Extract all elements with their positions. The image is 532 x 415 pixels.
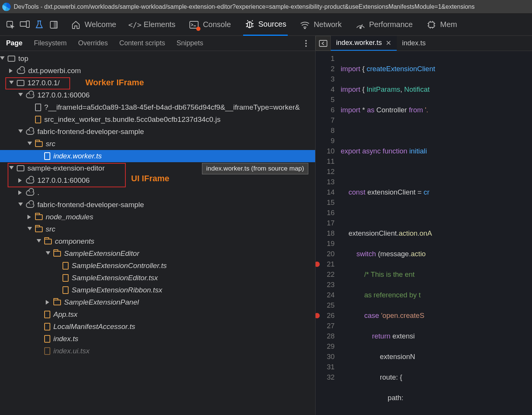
line-gutter[interactable]: 1234 5678 9101112 13141516 17181920 21 2… [316,51,338,415]
file-tooltip: index.worker.ts (from source map) [202,163,308,174]
tree-sample-ext-editor[interactable]: SampleExtensionEditor [0,247,315,260]
close-icon[interactable]: ✕ [386,39,391,47]
window-titlebar: DevTools - dxt.powerbi.com/workloads/sam… [0,0,532,14]
tree-pkg2[interactable]: fabric-frontend-developer-sample [0,199,315,211]
devtools-tabbar: Welcome </> Elements Console Sources Net… [0,14,532,36]
code-editor-panel: index.worker.ts ✕ index.ts 1234 5678 910… [316,36,532,415]
tree-127-root[interactable]: 127.0.0.1/ [0,77,315,89]
file-icon [35,116,41,123]
subtab-overrides[interactable]: Overrides [78,39,108,47]
cloud-icon [26,178,34,184]
tab-performance-label: Performance [369,20,413,29]
editor-tab-worker[interactable]: index.worker.ts ✕ [331,36,397,51]
svg-rect-10 [319,40,327,46]
device-icon[interactable] [20,20,30,30]
svg-rect-2 [26,21,29,27]
tree-bundle-js[interactable]: src_index_worker_ts.bundle.5cc0abe0cfb12… [0,113,315,126]
tree-src1[interactable]: src [0,138,315,150]
tab-memory-label: Mem [440,20,457,29]
tree-panel[interactable]: SampleExtensionPanel [0,296,315,308]
tree-index-ui-tsx[interactable]: index.ui.tsx [0,345,315,357]
elements-icon: </> [130,20,140,30]
svg-rect-5 [190,21,198,28]
bug-icon [245,19,255,29]
folder-icon [44,239,52,244]
folder-icon [35,141,43,147]
tree-dxt[interactable]: dxt.powerbi.com [0,65,315,77]
svg-point-7 [304,28,306,29]
cloud-icon [26,190,34,196]
tree-controller-ts[interactable]: SampleExtensionController.ts [0,260,315,272]
navigator-tabs: Page Filesystem Overrides Content script… [0,36,315,51]
breakpoint-icon[interactable] [316,313,320,318]
tree-pkg1[interactable]: fabric-frontend-developer-sample [0,126,315,138]
subtab-snippets[interactable]: Snippets [176,39,203,47]
tab-elements-label: Elements [144,20,175,29]
tree-host-60006[interactable]: 127.0.0.1:60006 [0,89,315,101]
tree-index-worker-ts[interactable]: index.worker.ts [0,150,315,162]
network-icon [300,20,310,30]
editor-tab-index[interactable]: index.ts [397,36,431,51]
svg-rect-4 [54,21,57,28]
console-icon [189,20,199,30]
frame-icon [17,80,24,86]
cloud-icon [26,129,34,135]
home-icon [71,20,81,30]
inspect-icon[interactable] [5,20,15,30]
cloud-icon [26,202,34,208]
cloud-icon [26,93,34,98]
editor-tab-label: index.ts [402,39,426,47]
performance-icon [356,20,365,30]
file-tree[interactable]: top dxt.powerbi.com 127.0.0.1/ 127.0.0.1… [0,51,315,415]
memory-icon [426,20,436,30]
edge-icon [2,3,11,11]
file-icon [44,347,50,355]
subtab-page[interactable]: Page [6,39,22,47]
tab-console-label: Console [203,20,231,29]
folder-icon [53,300,61,305]
editor-tab-label: index.worker.ts [336,39,382,47]
inspect-tools [5,20,59,30]
code-area[interactable]: 1234 5678 9101112 13141516 17181920 21 2… [316,51,532,415]
toggle-nav-icon[interactable] [316,36,331,51]
window-title: DevTools - dxt.powerbi.com/workloads/sam… [14,3,474,10]
tab-console[interactable]: Console [187,14,232,36]
tree-ribbon-tsx[interactable]: SampleExtensionRibbon.tsx [0,284,315,296]
tree-dot[interactable]: . [0,187,315,199]
file-icon [44,152,50,160]
tree-editor-tsx[interactable]: SampleExtensionEditor.tsx [0,272,315,284]
file-icon [44,335,50,343]
tab-network[interactable]: Network [298,14,343,36]
tab-elements[interactable]: </> Elements [128,14,177,36]
tree-src2[interactable]: src [0,223,315,235]
experiments-icon[interactable] [34,20,44,30]
breakpoint-icon[interactable] [316,262,320,267]
tree-top[interactable]: top [0,53,315,65]
folder-icon [53,251,61,257]
tree-iframe-query[interactable]: ?__iframeId=a5dc0a89-13a8-45ef-b4ad-db67… [0,101,315,113]
sources-navigator: Page Filesystem Overrides Content script… [0,36,316,415]
frame-icon [17,165,24,171]
tab-performance[interactable]: Performance [354,14,415,36]
tree-components[interactable]: components [0,235,315,247]
tree-host-60006-2[interactable]: 127.0.0.1:60006 [0,174,315,187]
tree-node-modules[interactable]: node_modules [0,211,315,223]
tree-index-ts[interactable]: index.ts [0,333,315,345]
cloud-icon [17,68,25,74]
svg-rect-9 [429,22,434,27]
editor-tabbar: index.worker.ts ✕ index.ts [316,36,532,51]
frame-icon [8,56,15,62]
folder-icon [35,214,43,220]
tab-welcome[interactable]: Welcome [69,14,118,36]
dock-icon[interactable] [49,20,59,30]
file-icon [44,323,50,330]
subtab-filesystem[interactable]: Filesystem [34,39,67,47]
file-icon [44,311,50,318]
more-icon[interactable] [303,38,309,49]
subtab-content-scripts[interactable]: Content scripts [119,39,165,47]
tree-app-tsx[interactable]: App.tsx [0,308,315,321]
file-icon [35,104,41,111]
tab-memory[interactable]: Mem [425,14,458,36]
tree-localmanifest-ts[interactable]: LocalManifestAccessor.ts [0,321,315,333]
tab-sources[interactable]: Sources [243,14,288,36]
